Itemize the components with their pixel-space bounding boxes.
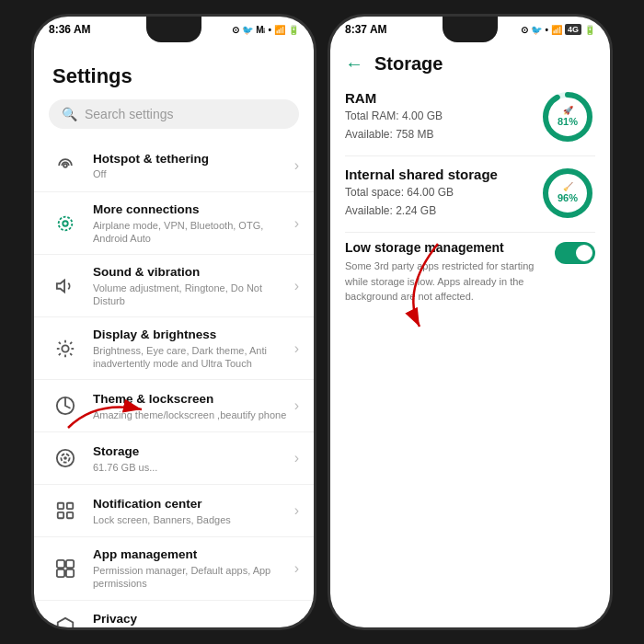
notification-title: Notification center <box>93 496 291 512</box>
settings-list: Hotspot & tethering Off › More connect <box>34 140 314 627</box>
internal-chart: 🧹 96% <box>540 166 595 221</box>
svg-point-2 <box>59 216 73 230</box>
svg-point-4 <box>62 345 68 351</box>
left-phone: 8:36 AM ⊙ 🐦 Mᵢ • 📶 🔋 Settings 🔍 Search s… <box>31 14 316 630</box>
svg-line-8 <box>70 353 72 355</box>
privacy-text: Privacy Permissions, account activity, p… <box>93 611 291 627</box>
ram-total: Total RAM: 4.00 GB <box>345 108 540 125</box>
settings-item-privacy[interactable]: Privacy Permissions, account activity, p… <box>34 601 314 627</box>
app-icon <box>49 552 82 585</box>
right-notch <box>443 17 498 42</box>
storage-chevron: › <box>294 450 299 466</box>
notification-icon <box>49 494 82 527</box>
settings-screen: Settings 🔍 Search settings <box>34 42 314 627</box>
theme-text: Theme & lockscreen Amazing theme/lockscr… <box>93 391 291 421</box>
low-storage-divider <box>345 232 595 233</box>
storage-header: ← Storage <box>330 42 610 82</box>
display-icon <box>49 332 82 365</box>
hotspot-text: Hotspot & tethering Off <box>93 151 291 181</box>
right-time: 8:37 AM <box>345 23 387 36</box>
svg-line-12 <box>70 342 72 344</box>
right-phone-wrapper: 8:37 AM ⊙ 🐦 • 📶 4G 🔋 ← Storage RAM <box>328 14 613 630</box>
sound-title: Sound & vibration <box>93 264 291 281</box>
settings-item-notification[interactable]: Notification center Lock screen, Banners… <box>34 485 314 537</box>
svg-line-11 <box>59 353 61 355</box>
storage-page-title: Storage <box>374 53 443 75</box>
connections-chevron: › <box>294 215 299 232</box>
hotspot-icon <box>49 149 82 182</box>
svg-line-7 <box>59 342 61 344</box>
svg-rect-17 <box>67 503 73 509</box>
app-chevron: › <box>294 560 299 577</box>
ram-info: RAM Total RAM: 4.00 GB Available: 758 MB <box>345 90 540 143</box>
svg-rect-18 <box>58 512 63 518</box>
settings-item-display[interactable]: Display & brightness Brightness, Eye car… <box>34 317 314 380</box>
settings-item-storage[interactable]: Storage 61.76 GB us... › <box>34 432 314 485</box>
notification-subtitle: Lock screen, Banners, Badges <box>93 513 291 526</box>
connections-icon <box>49 207 82 240</box>
storage-content: RAM Total RAM: 4.00 GB Available: 758 MB… <box>330 82 610 312</box>
search-icon: 🔍 <box>62 107 77 121</box>
storage-title: Storage <box>93 443 291 460</box>
right-phone: 8:37 AM ⊙ 🐦 • 📶 4G 🔋 ← Storage RAM <box>328 14 613 630</box>
app-subtitle: Permission manager, Default apps, App pe… <box>93 564 291 591</box>
theme-icon <box>49 389 82 422</box>
low-storage-description: Some 3rd party apps restricted for start… <box>345 259 544 305</box>
settings-item-connections[interactable]: More connections Airplane mode, VPN, Blu… <box>34 192 314 255</box>
svg-rect-23 <box>66 569 74 577</box>
storage-divider <box>345 155 595 156</box>
svg-point-0 <box>63 164 67 167</box>
svg-rect-20 <box>57 560 64 568</box>
internal-total: Total space: 64.00 GB <box>345 184 540 201</box>
svg-rect-21 <box>66 560 74 568</box>
settings-item-hotspot[interactable]: Hotspot & tethering Off › <box>34 140 314 192</box>
ram-available: Available: 758 MB <box>345 126 540 144</box>
svg-rect-16 <box>58 503 63 509</box>
left-time: 8:36 AM <box>49 23 91 36</box>
ram-chart: 🚀 81% <box>540 89 595 144</box>
sound-text: Sound & vibration Volume adjustment, Rin… <box>93 264 291 307</box>
svg-marker-3 <box>57 280 64 292</box>
sound-icon <box>49 270 82 303</box>
display-title: Display & brightness <box>93 327 291 343</box>
sound-chevron: › <box>294 278 299 294</box>
low-storage-section: Low storage management Some 3rd party ap… <box>345 240 595 305</box>
connections-title: More connections <box>93 201 291 218</box>
privacy-icon <box>49 610 82 627</box>
storage-screen: ← Storage RAM Total RAM: 4.00 GB Availab… <box>330 42 610 627</box>
back-button[interactable]: ← <box>345 53 363 75</box>
internal-info: Internal shared storage Total space: 64.… <box>345 167 540 219</box>
settings-item-sound[interactable]: Sound & vibration Volume adjustment, Rin… <box>34 255 314 317</box>
search-placeholder: Search settings <box>85 107 174 121</box>
low-storage-title: Low storage management <box>345 240 544 255</box>
app-text: App management Permission manager, Defau… <box>93 546 291 590</box>
svg-point-1 <box>63 221 68 226</box>
storage-subtitle: 61.76 GB us... <box>93 461 291 474</box>
display-chevron: › <box>294 340 299 357</box>
svg-point-15 <box>64 458 66 460</box>
svg-rect-19 <box>67 512 73 518</box>
notch <box>146 17 201 42</box>
settings-item-theme[interactable]: Theme & lockscreen Amazing theme/lockscr… <box>34 380 314 432</box>
sound-subtitle: Volume adjustment, Ringtone, Do Not Dist… <box>93 282 291 308</box>
ram-title: RAM <box>345 90 540 106</box>
privacy-title: Privacy <box>93 611 291 627</box>
connections-subtitle: Airplane mode, VPN, Bluetooth, OTG, Andr… <box>93 219 291 246</box>
theme-title: Theme & lockscreen <box>93 391 291 408</box>
ram-percent: 🚀 81% <box>558 107 578 127</box>
theme-chevron: › <box>294 397 299 414</box>
internal-available: Available: 2.24 GB <box>345 202 540 220</box>
internal-percent: 🧹 96% <box>558 183 578 203</box>
connections-text: More connections Airplane mode, VPN, Blu… <box>93 201 291 245</box>
internal-title: Internal shared storage <box>345 167 540 182</box>
hotspot-subtitle: Off <box>93 167 291 180</box>
privacy-chevron: › <box>294 618 299 627</box>
settings-item-app[interactable]: App management Permission manager, Defau… <box>34 537 314 600</box>
hotspot-title: Hotspot & tethering <box>93 151 291 167</box>
app-title: App management <box>93 546 291 563</box>
low-storage-toggle[interactable] <box>555 242 595 264</box>
left-status-icons: ⊙ 🐦 Mᵢ • 📶 🔋 <box>232 25 299 35</box>
search-bar[interactable]: 🔍 Search settings <box>49 99 299 129</box>
storage-text: Storage 61.76 GB us... <box>93 443 291 474</box>
low-storage-row: Low storage management Some 3rd party ap… <box>345 240 595 305</box>
